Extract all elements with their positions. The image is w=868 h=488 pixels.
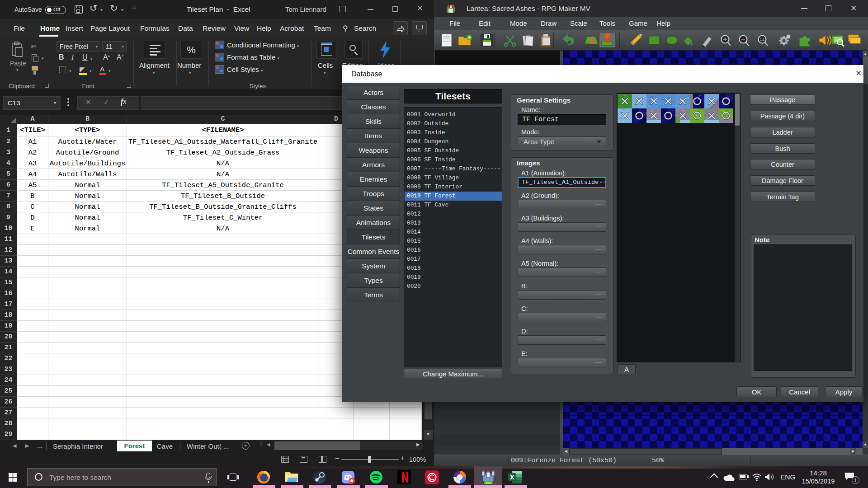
svg-text:RPG: RPG [486,482,491,484]
svg-text:1:1: 1:1 [760,38,764,41]
